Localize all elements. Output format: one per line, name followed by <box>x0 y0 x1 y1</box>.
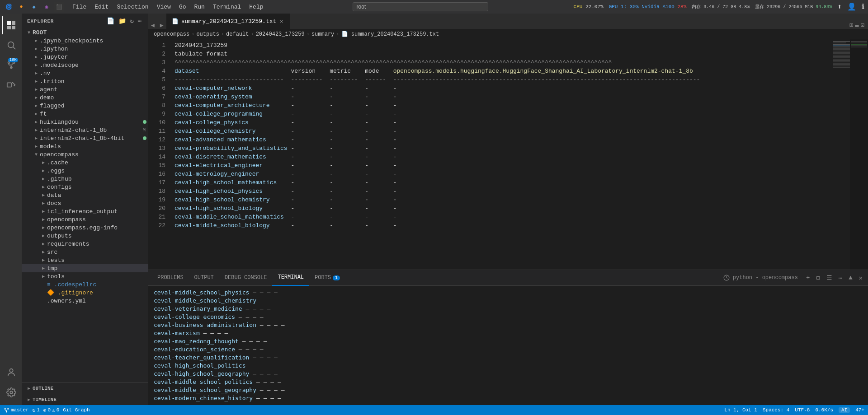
nav-back[interactable]: ◀ <box>148 22 157 29</box>
svg-rect-6 <box>7 83 11 87</box>
terminal-line-14: ceval-modern_chinese_history – – – – <box>154 394 863 402</box>
tree-item-docs[interactable]: ▶ docs <box>22 199 148 207</box>
tree-item-data[interactable]: ▶ data <box>22 191 148 199</box>
terminal-line-3: ceval-veterinary_medicine – – – – <box>154 305 863 313</box>
tab-output[interactable]: OUTPUT <box>189 270 219 286</box>
tree-item-demo[interactable]: ▶ demo <box>22 93 148 102</box>
git-branch[interactable]: master <box>4 407 29 413</box>
tree-item-opencompass[interactable]: ▼ opencompass <box>22 150 148 159</box>
tree-item-internlm2[interactable]: ▶ internlm2-chat-1_8b M <box>22 126 148 134</box>
tree-item-github[interactable]: ▶ .github <box>22 175 148 183</box>
version-info[interactable]: 47+ <box>855 407 864 413</box>
tree-item-flagged[interactable]: ▶ flagged <box>22 102 148 110</box>
bc-summary[interactable]: summary <box>311 31 334 37</box>
bc-opencompass[interactable]: opencompass <box>154 31 189 37</box>
tree-item-internlm2-4bit[interactable]: ▶ internlm2-chat-1_8b-4bit <box>22 134 148 142</box>
tab-terminal[interactable]: TERMINAL <box>272 270 309 286</box>
errors-indicator[interactable]: ⊗ 0 ⚠ 0 <box>43 407 59 413</box>
menu-help[interactable]: Help <box>245 3 267 11</box>
tree-item-cache[interactable]: ▶ .cache <box>22 159 148 167</box>
sync-indicator[interactable]: ↻ 1 <box>33 407 40 413</box>
tree-item-nv[interactable]: ▶ .nv <box>22 69 148 77</box>
timeline-header[interactable]: ▶ TIMELINE <box>22 394 148 405</box>
search-bar[interactable] <box>353 2 488 11</box>
tree-item-huixiangdou[interactable]: ▶ huixiangdou <box>22 118 148 126</box>
tree-item-tmp[interactable]: ▶ tmp <box>22 264 148 272</box>
tree-item-egg-info[interactable]: ▶ opencompass.egg-info <box>22 224 148 232</box>
add-terminal-icon[interactable]: + <box>804 273 811 282</box>
editor-area: ◀ ▶ 📄 summary_20240423_173259.txt ✕ ⊞ ▬ … <box>148 14 868 405</box>
tree-item-triton[interactable]: ▶ .triton <box>22 77 148 85</box>
tree-item-outputs[interactable]: ▶ outputs <box>22 232 148 240</box>
tree-arrow-root: ▼ <box>25 29 33 36</box>
bc-date[interactable]: 20240423_173259 <box>256 31 305 37</box>
tree-item-codespell[interactable]: ▶ ≡ .codespellrc <box>22 280 148 289</box>
outline-section: ▶ OUTLINE <box>22 382 148 394</box>
close-panel-icon[interactable]: ✕ <box>857 273 864 283</box>
menu-selection[interactable]: Selection <box>113 3 152 11</box>
collapse-icon[interactable]: ⋯ <box>137 16 143 26</box>
terminal-content[interactable]: ceval-middle_school_physics – – – – ceva… <box>148 286 868 405</box>
activity-accounts[interactable] <box>2 364 20 382</box>
tree-item-opencompass-inner[interactable]: ▶ opencompass <box>22 215 148 224</box>
new-folder-icon[interactable]: 📁 <box>118 16 127 26</box>
menu-terminal[interactable]: Terminal <box>209 3 245 11</box>
tree-item-tools[interactable]: ▶ tools <box>22 272 148 280</box>
tab-problems[interactable]: PROBLEMS <box>152 270 189 286</box>
gpu-info: GPU-1: 30% Nvidia A100 28% <box>609 4 687 9</box>
activity-source-control[interactable]: 10K <box>2 56 20 74</box>
tree-item-tests[interactable]: ▶ tests <box>22 256 148 264</box>
tab-summary[interactable]: 📄 summary_20240423_173259.txt ✕ <box>166 14 290 29</box>
bc-outputs[interactable]: outputs <box>196 31 219 37</box>
maximize-panel-icon[interactable]: ▲ <box>847 273 854 282</box>
tree-item-eggs[interactable]: ▶ .eggs <box>22 167 148 175</box>
spaces[interactable]: Spaces: 4 <box>763 407 789 413</box>
tree-item-src[interactable]: ▶ src <box>22 248 148 256</box>
tab-debug-console[interactable]: DEBUG CONSOLE <box>219 270 273 286</box>
tree-item-owners[interactable]: ▶ .owners.yml <box>22 297 148 305</box>
bc-default[interactable]: default <box>226 31 249 37</box>
tree-item-jupyter[interactable]: ▶ .jupyter <box>22 53 148 61</box>
menu-go[interactable]: Go <box>175 3 190 11</box>
tree-item-icl[interactable]: ▶ icl_inference_output <box>22 207 148 215</box>
tree-item-ipynb[interactable]: ▶ .ipynb_checkpoints <box>22 37 148 45</box>
layout-icon-2[interactable]: ⊡ <box>861 21 864 29</box>
nav-forward[interactable]: ▶ <box>157 22 166 29</box>
tree-root[interactable]: ▼ ROOT <box>22 28 148 37</box>
split-terminal-icon[interactable]: ⊟ <box>814 273 821 283</box>
git-graph-btn[interactable]: Git Graph <box>63 407 90 413</box>
activity-settings[interactable] <box>2 383 20 401</box>
refresh-icon[interactable]: ↻ <box>129 16 135 26</box>
tree-item-gitignore[interactable]: ▶ 🔶 .gitignore <box>22 289 148 297</box>
layout-icon-1[interactable]: ▬ <box>855 22 859 29</box>
tree-item-configs[interactable]: ▶ configs <box>22 183 148 191</box>
tree-item-models[interactable]: ▶ models <box>22 142 148 150</box>
activity-extensions[interactable] <box>2 76 20 94</box>
tree-item-modelscope[interactable]: ▶ .modelscope <box>22 61 148 69</box>
tab-close-btn[interactable]: ✕ <box>279 18 284 25</box>
menu-edit[interactable]: Edit <box>91 3 112 11</box>
tree-item-ipython[interactable]: ▶ .ipython <box>22 45 148 53</box>
tab-ports[interactable]: PORTS 1 <box>309 270 345 286</box>
menu-run[interactable]: Run <box>190 3 208 11</box>
activity-search[interactable] <box>2 36 20 54</box>
new-file-icon[interactable]: 📄 <box>106 16 116 26</box>
split-editor-icon[interactable]: ⊞ <box>849 21 853 29</box>
badge-huixiangdou <box>143 120 146 124</box>
code-editor[interactable]: 12345 678910 1112131415 1617181920 2122 … <box>148 39 832 270</box>
breadcrumb: opencompass › outputs › default › 202404… <box>148 29 868 39</box>
panel-layout-icon-1[interactable]: ☰ <box>825 273 834 283</box>
tree-item-agent[interactable]: ▶ agent <box>22 85 148 93</box>
menu-file[interactable]: File <box>69 3 90 11</box>
outline-header[interactable]: ▶ OUTLINE <box>22 383 148 394</box>
line-col[interactable]: Ln 1, Col 1 <box>724 407 757 413</box>
tree-item-requirements[interactable]: ▶ requirements <box>22 240 148 248</box>
svg-point-11 <box>8 408 9 409</box>
tree-item-ft[interactable]: ▶ ft <box>22 110 148 118</box>
more-actions-icon[interactable]: ⋯ <box>837 273 844 283</box>
ai-button[interactable]: AI <box>839 407 850 413</box>
menu-view[interactable]: View <box>153 3 175 11</box>
activity-explorer[interactable] <box>2 16 20 34</box>
encoding[interactable]: UTF-8 <box>795 407 810 413</box>
search-input[interactable] <box>353 2 488 11</box>
